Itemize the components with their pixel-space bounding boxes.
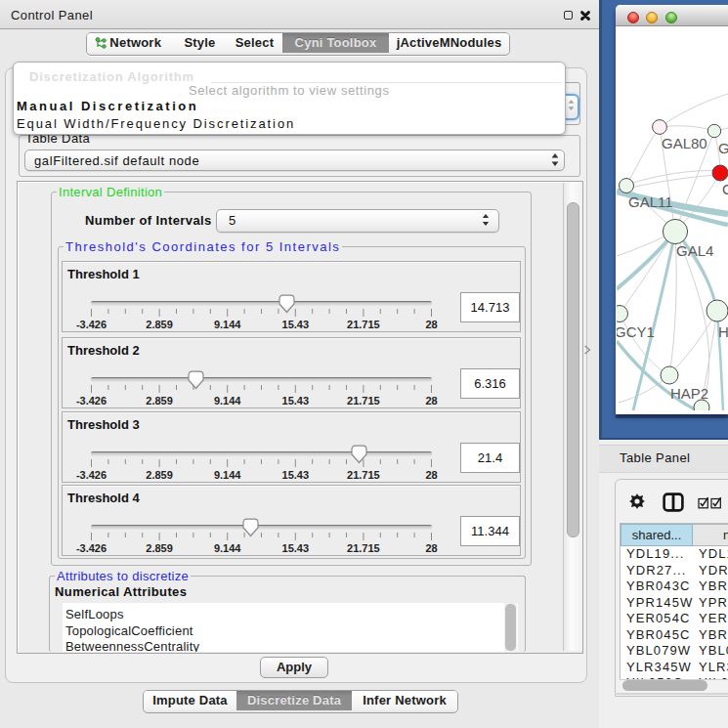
svg-text:GA: GA: [718, 140, 728, 156]
svg-text:GAL4: GAL4: [676, 242, 713, 259]
svg-text:GAL80: GAL80: [662, 135, 707, 151]
svg-text:HAP2: HAP2: [670, 385, 708, 402]
svg-text:C: C: [722, 181, 728, 197]
svg-text:GCY1: GCY1: [617, 323, 655, 340]
svg-text:GAL11: GAL11: [628, 193, 673, 210]
svg-text:H: H: [718, 323, 728, 340]
